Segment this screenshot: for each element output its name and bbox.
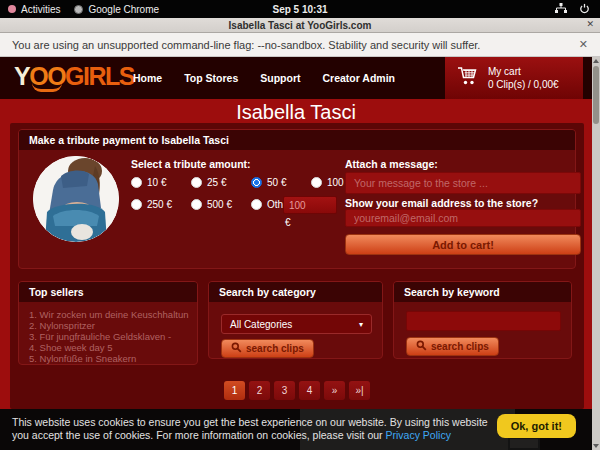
nav-creator-admin[interactable]: Creator Admin <box>323 72 396 84</box>
warning-close-icon[interactable]: ✕ <box>579 38 588 51</box>
amount-option-250[interactable]: 250 € <box>131 199 172 210</box>
amount-option-50[interactable]: 50 € <box>251 177 286 188</box>
page-button-next[interactable]: » <box>324 381 345 400</box>
content-container: Make a tribute payment to Isabella Tasci <box>10 123 584 409</box>
logo-y: Y <box>14 62 29 90</box>
page-button-4[interactable]: 4 <box>299 381 320 400</box>
radio-icon[interactable] <box>191 199 202 210</box>
amount-option-25[interactable]: 25 € <box>191 177 226 188</box>
nav-top-stores[interactable]: Top Stores <box>184 72 238 84</box>
cart-icon <box>457 66 479 90</box>
search-clips-category-button[interactable]: search clips <box>221 339 314 358</box>
chrome-warning-bar: You are using an unsupported command-lin… <box>0 33 600 57</box>
top-seller-item[interactable]: 4. Shoe week day 5 <box>29 342 197 353</box>
warning-text: You are using an unsupported command-lin… <box>12 39 480 51</box>
logo-girls: GIRLS <box>65 62 134 90</box>
search-category-title: Search by category <box>209 282 382 302</box>
radio-icon[interactable] <box>191 177 202 188</box>
scrollbar-thumb[interactable] <box>593 66 599 124</box>
my-cart-button[interactable]: My cart 0 Clip(s) / 0,00€ <box>445 57 583 99</box>
cookie-consent-bar: This website uses cookies to ensure you … <box>0 409 592 450</box>
message-label: Attach a message: <box>345 158 438 170</box>
category-select-value: All Categories <box>230 319 292 330</box>
cart-label: My cart <box>488 65 559 78</box>
other-amount-currency: € <box>285 217 291 228</box>
top-sellers-title: Top sellers <box>19 282 197 302</box>
add-to-cart-button[interactable]: Add to cart! <box>345 234 581 255</box>
tribute-panel: Make a tribute payment to Isabella Tasci <box>18 129 576 269</box>
search-category-panel: Search by category All Categories ▾ sear… <box>208 281 383 359</box>
email-label: Show your email address to the store? <box>345 197 538 209</box>
top-sellers-panel: Top sellers 1. Wir zocken um deine Keusc… <box>18 281 198 365</box>
scrollbar[interactable] <box>592 57 600 450</box>
top-seller-item[interactable]: 1. Wir zocken um deine Keuschhaltun <box>29 309 197 320</box>
email-input[interactable] <box>345 209 581 227</box>
amount-option-label: 500 € <box>207 199 232 210</box>
pagination: 1 2 3 4 » »| <box>10 381 584 400</box>
page-button-2[interactable]: 2 <box>249 381 270 400</box>
search-clips-keyword-button[interactable]: search clips <box>406 337 499 356</box>
amount-label: Select a tribute amount: <box>131 158 251 170</box>
radio-icon[interactable] <box>311 177 322 188</box>
window-title: Isabella Tasci at YooGirls.com <box>229 20 372 31</box>
top-sellers-list: 1. Wir zocken um deine Keuschhaltun 2. N… <box>19 302 197 364</box>
search-keyword-panel: Search by keyword search clips <box>393 281 572 359</box>
search-icon <box>416 340 427 353</box>
search-clips-label: search clips <box>431 341 489 352</box>
cookie-accept-button[interactable]: Ok, got it! <box>497 414 576 438</box>
store-avatar[interactable] <box>33 156 119 242</box>
page-button-1[interactable]: 1 <box>224 381 245 400</box>
amount-option-label: 50 € <box>267 177 286 188</box>
scrollbar-down-arrow-icon[interactable] <box>593 444 599 448</box>
tribute-panel-header: Make a tribute payment to Isabella Tasci <box>19 130 575 150</box>
top-seller-item[interactable]: 2. Nylonspritzer <box>29 320 197 331</box>
radio-icon[interactable] <box>131 177 142 188</box>
top-seller-item[interactable]: 5. Nylonfüße in Sneakern <box>29 353 197 364</box>
page-button-3[interactable]: 3 <box>274 381 295 400</box>
scrollbar-up-arrow-icon[interactable] <box>593 59 599 63</box>
category-select[interactable]: All Categories ▾ <box>221 314 372 334</box>
network-icon[interactable] <box>555 3 567 16</box>
cart-count: 0 Clip(s) / 0,00€ <box>488 78 559 91</box>
page-button-last[interactable]: »| <box>349 381 370 400</box>
browser-viewport: YOOGIRLS Home Top Stores Support Creator… <box>0 57 600 450</box>
page-title: Isabella Tasci <box>0 101 592 124</box>
logo-smile-arc <box>32 83 62 92</box>
amount-option-label: 25 € <box>207 177 226 188</box>
window-titlebar[interactable]: Isabella Tasci at YooGirls.com ✕ <box>0 18 600 33</box>
clock[interactable]: Sep 5 10:31 <box>0 4 600 15</box>
chevron-down-icon: ▾ <box>359 320 363 329</box>
radio-icon[interactable] <box>131 199 142 210</box>
window-close-icon[interactable]: ✕ <box>586 19 594 29</box>
top-seller-item[interactable]: 3. Für jungfräuliche Geldsklaven - <box>29 331 197 342</box>
search-icon <box>231 342 242 355</box>
radio-selected-icon[interactable] <box>251 177 262 188</box>
search-clips-label: search clips <box>246 343 304 354</box>
keyword-input[interactable] <box>406 311 561 331</box>
search-keyword-title: Search by keyword <box>394 282 571 302</box>
main-nav: Home Top Stores Support Creator Admin <box>133 57 395 99</box>
power-icon[interactable] <box>579 3 590 16</box>
system-top-bar: Activities Google Chrome Sep 5 10:31 <box>0 0 600 18</box>
amount-option-label: 250 € <box>147 199 172 210</box>
radio-icon[interactable] <box>251 199 262 210</box>
screen: Activities Google Chrome Sep 5 10:31 Isa… <box>0 0 600 450</box>
amount-option-10[interactable]: 10 € <box>131 177 166 188</box>
site-header: YOOGIRLS Home Top Stores Support Creator… <box>0 57 592 99</box>
privacy-policy-link[interactable]: Privacy Policy <box>386 429 451 441</box>
nav-support[interactable]: Support <box>260 72 300 84</box>
amount-option-500[interactable]: 500 € <box>191 199 232 210</box>
amount-option-label: 10 € <box>147 177 166 188</box>
other-amount-input[interactable] <box>283 196 337 214</box>
nav-home[interactable]: Home <box>133 72 162 84</box>
message-textarea[interactable] <box>345 172 581 194</box>
cookie-text: This website uses cookies to ensure you … <box>12 416 490 441</box>
